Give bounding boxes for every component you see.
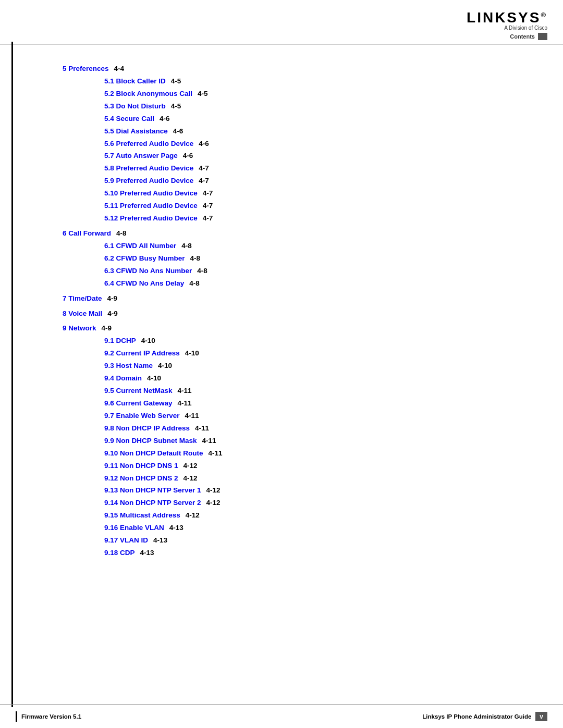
toc-section-918: 9.18 CDP 4-13 <box>104 548 532 559</box>
toc-link-914[interactable]: 9.14 Non DHCP NTP Server 2 <box>104 498 201 509</box>
toc-page-54: 4-6 <box>160 114 170 125</box>
toc-section-64: 6.4 CFWD No Ans Delay 4-8 <box>104 278 532 289</box>
toc-section-62: 6.2 CFWD Busy Number 4-8 <box>104 253 532 264</box>
toc-page-51: 4-5 <box>171 76 181 87</box>
toc-link-98[interactable]: 9.8 Non DHCP IP Address <box>104 423 190 434</box>
toc-link-91[interactable]: 9.1 DCHP <box>104 336 136 347</box>
toc-link-52[interactable]: 5.2 Block Anonymous Call <box>104 89 192 100</box>
toc-link-59[interactable]: 5.9 Preferred Audio Device <box>104 176 193 187</box>
toc-link-910[interactable]: 9.10 Non DHCP Default Route <box>104 448 203 459</box>
toc-link-511[interactable]: 5.11 Preferred Audio Device <box>104 201 198 212</box>
toc-section-58: 5.8 Preferred Audio Device 4-7 <box>104 163 532 174</box>
toc-page-63: 4-8 <box>197 266 207 277</box>
toc-link-55[interactable]: 5.5 Dial Assistance <box>104 126 168 137</box>
logo-subtitle: A Division of Cisco <box>504 25 547 31</box>
toc-link-64[interactable]: 6.4 CFWD No Ans Delay <box>104 278 184 289</box>
toc-section-94: 9.4 Domain 4-10 <box>104 373 532 384</box>
toc-section-914: 9.14 Non DHCP NTP Server 2 4-12 <box>104 498 532 509</box>
footer-right: Linksys IP Phone Administrator Guide v <box>422 712 547 721</box>
page-footer: Firmware Version 5.1 Linksys IP Phone Ad… <box>0 704 563 728</box>
toc-link-58[interactable]: 5.8 Preferred Audio Device <box>104 163 193 174</box>
toc-link-63[interactable]: 6.3 CFWD No Ans Number <box>104 266 192 277</box>
toc-link-51[interactable]: 5.1 Block Caller ID <box>104 76 166 87</box>
toc-section-917: 9.17 VLAN ID 4-13 <box>104 535 532 546</box>
toc-link-62[interactable]: 6.2 CFWD Busy Number <box>104 253 185 264</box>
footer-left: Firmware Version 5.1 <box>16 711 81 722</box>
toc-link-918[interactable]: 9.18 CDP <box>104 548 135 559</box>
toc-link-53[interactable]: 5.3 Do Not Disturb <box>104 101 166 112</box>
toc-link-54[interactable]: 5.4 Secure Call <box>104 114 154 125</box>
toc-page-910: 4-11 <box>209 448 223 459</box>
toc-link-97[interactable]: 9.7 Enable Web Server <box>104 411 180 422</box>
footer-guide-label: Linksys IP Phone Administrator Guide <box>422 713 531 720</box>
logo-reg: ® <box>541 11 547 19</box>
logo: LINKSYS® <box>467 9 547 26</box>
toc-link-912[interactable]: 9.12 Non DHCP DNS 2 <box>104 473 178 484</box>
toc-link-93[interactable]: 9.3 Host Name <box>104 361 153 372</box>
toc-section-98: 9.8 Non DHCP IP Address 4-11 <box>104 423 532 434</box>
toc-link-913[interactable]: 9.13 Non DHCP NTP Server 1 <box>104 485 201 496</box>
toc-page-8: 4-9 <box>107 309 118 319</box>
toc-section-916: 9.16 Enable VLAN 4-13 <box>104 523 532 534</box>
logo-area: LINKSYS® A Division of Cisco Contents <box>467 9 547 40</box>
toc-link-56[interactable]: 5.6 Preferred Audio Device <box>104 139 193 150</box>
toc-page-62: 4-8 <box>190 253 201 264</box>
toc-section-54: 5.4 Secure Call 4-6 <box>104 114 532 125</box>
toc-section-51: 5.1 Block Caller ID 4-5 <box>104 76 532 87</box>
toc-section-910: 9.10 Non DHCP Default Route 4-11 <box>104 448 532 459</box>
toc-page-98: 4-11 <box>195 423 209 434</box>
toc-page-914: 4-12 <box>206 498 221 509</box>
toc-page-913: 4-12 <box>206 485 221 496</box>
toc-page-96: 4-11 <box>178 398 192 409</box>
footer-page-number: v <box>535 712 547 721</box>
toc-page-57: 4-6 <box>183 151 193 162</box>
toc-link-57[interactable]: 5.7 Auto Answer Page <box>104 151 178 162</box>
toc-link-92[interactable]: 9.2 Current IP Address <box>104 348 180 359</box>
toc-page-97: 4-11 <box>185 411 199 422</box>
toc-link-510[interactable]: 5.10 Preferred Audio Device <box>104 188 198 199</box>
toc-section-7: 7 Time/Date 4-9 <box>63 293 532 304</box>
toc-section-53: 5.3 Do Not Disturb 4-5 <box>104 101 532 112</box>
toc-link-61[interactable]: 6.1 CFWD All Number <box>104 241 176 252</box>
toc-section-915: 9.15 Multicast Address 4-12 <box>104 510 532 521</box>
toc-section-96: 9.6 Current Gateway 4-11 <box>104 398 532 409</box>
toc-page-59: 4-7 <box>199 176 209 187</box>
contents-row: Contents <box>510 33 547 40</box>
toc-link-8[interactable]: 8 Voice Mail <box>63 309 102 319</box>
toc-link-911[interactable]: 9.11 Non DHCP DNS 1 <box>104 461 178 472</box>
toc-link-916[interactable]: 9.16 Enable VLAN <box>104 523 164 534</box>
toc-link-915[interactable]: 9.15 Multicast Address <box>104 510 180 521</box>
toc-section-97: 9.7 Enable Web Server 4-11 <box>104 411 532 422</box>
toc-link-5[interactable]: 5 Preferences <box>63 64 109 75</box>
toc-section-57: 5.7 Auto Answer Page 4-6 <box>104 151 532 162</box>
toc-page-58: 4-7 <box>199 163 209 174</box>
toc-section-59: 5.9 Preferred Audio Device 4-7 <box>104 176 532 187</box>
toc-link-94[interactable]: 9.4 Domain <box>104 373 142 384</box>
toc-section-95: 9.5 Current NetMask 4-11 <box>104 386 532 397</box>
toc-page-911: 4-12 <box>183 461 198 472</box>
toc-page-93: 4-10 <box>158 361 172 372</box>
toc-link-7[interactable]: 7 Time/Date <box>63 293 102 304</box>
toc-page-510: 4-7 <box>203 188 213 199</box>
toc-section-55: 5.5 Dial Assistance 4-6 <box>104 126 532 137</box>
toc-page-7: 4-9 <box>107 293 118 304</box>
toc-page-918: 4-13 <box>140 548 154 559</box>
toc-page-64: 4-8 <box>189 278 200 289</box>
toc-section-6: 6 Call Forward 4-8 <box>63 228 532 239</box>
toc-link-9[interactable]: 9 Network <box>63 323 96 334</box>
toc-link-917[interactable]: 9.17 VLAN ID <box>104 535 148 546</box>
toc-page-916: 4-13 <box>169 523 183 534</box>
toc-section-56: 5.6 Preferred Audio Device 4-6 <box>104 139 532 150</box>
toc-link-99[interactable]: 9.9 Non DHCP Subnet Mask <box>104 436 197 447</box>
toc-section-911: 9.11 Non DHCP DNS 1 4-12 <box>104 461 532 472</box>
toc-link-512[interactable]: 5.12 Preferred Audio Device <box>104 213 198 224</box>
toc-link-96[interactable]: 9.6 Current Gateway <box>104 398 173 409</box>
toc-page-912: 4-12 <box>183 473 198 484</box>
toc-page-9: 4-9 <box>102 323 112 334</box>
toc-section-510: 5.10 Preferred Audio Device 4-7 <box>104 188 532 199</box>
toc-link-6[interactable]: 6 Call Forward <box>63 228 111 239</box>
toc-section-913: 9.13 Non DHCP NTP Server 1 4-12 <box>104 485 532 496</box>
toc-page-94: 4-10 <box>147 373 161 384</box>
toc-link-95[interactable]: 9.5 Current NetMask <box>104 386 173 397</box>
toc-section-912: 9.12 Non DHCP DNS 2 4-12 <box>104 473 532 484</box>
